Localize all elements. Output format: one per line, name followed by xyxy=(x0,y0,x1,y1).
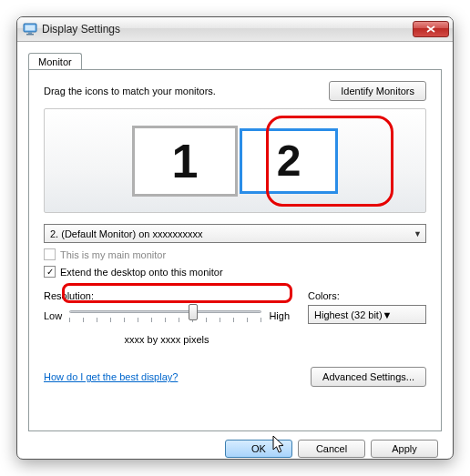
chevron-down-icon: ▼ xyxy=(383,309,393,320)
resolution-slider[interactable] xyxy=(69,305,261,327)
tab-monitor[interactable]: Monitor xyxy=(28,53,82,70)
identify-monitors-button[interactable]: Identify Monitors xyxy=(329,81,426,101)
cancel-button[interactable]: Cancel xyxy=(298,440,365,458)
instruction-text: Drag the icons to match your monitors. xyxy=(44,86,216,96)
colors-section: Colors: Highest (32 bit) ▼ xyxy=(308,290,426,345)
resolution-section: Resolution: Low High xyxy=(44,290,290,345)
tab-page-monitor: Drag the icons to match your monitors. I… xyxy=(28,69,442,431)
colors-dropdown[interactable]: Highest (32 bit) ▼ xyxy=(308,305,426,324)
monitor-2[interactable]: 2 xyxy=(240,128,338,194)
help-link[interactable]: How do I get the best display? xyxy=(44,371,178,382)
advanced-settings-button[interactable]: Advanced Settings... xyxy=(311,367,426,387)
main-monitor-label: This is my main monitor xyxy=(60,249,166,260)
monitor-icon xyxy=(23,22,37,36)
apply-button[interactable]: Apply xyxy=(371,440,438,458)
resolution-low-label: Low xyxy=(44,310,62,321)
display-settings-window: Display Settings Monitor Drag the icons … xyxy=(16,16,454,460)
ok-button[interactable]: OK xyxy=(225,440,292,458)
colors-label: Colors: xyxy=(308,290,426,301)
dialog-buttons: OK Cancel Apply xyxy=(28,431,442,458)
chevron-down-icon: ▼ xyxy=(414,229,422,238)
resolution-slider-thumb[interactable] xyxy=(189,304,198,320)
window-title: Display Settings xyxy=(42,23,413,35)
main-monitor-checkbox xyxy=(44,248,56,260)
monitor-1[interactable]: 1 xyxy=(132,126,238,197)
monitor-arrangement-area[interactable]: 1 2 xyxy=(44,108,426,213)
monitor-select-dropdown[interactable]: 2. (Default Monitor) on xxxxxxxxxx ▼ xyxy=(44,224,426,243)
main-monitor-checkbox-row: This is my main monitor xyxy=(44,248,426,260)
extend-desktop-checkbox-row[interactable]: ✓ Extend the desktop onto this monitor xyxy=(44,266,426,278)
resolution-value-text: xxxx by xxxx pixels xyxy=(44,334,290,345)
colors-selected-text: Highest (32 bit) xyxy=(314,309,383,320)
resolution-label: Resolution: xyxy=(44,290,290,301)
client-area: Monitor Drag the icons to match your mon… xyxy=(17,42,453,460)
svg-rect-1 xyxy=(26,25,36,31)
svg-rect-2 xyxy=(28,32,32,34)
titlebar: Display Settings xyxy=(17,17,453,42)
extend-desktop-checkbox[interactable]: ✓ xyxy=(44,266,56,278)
resolution-high-label: High xyxy=(269,310,290,321)
svg-rect-3 xyxy=(26,34,34,35)
tab-strip: Monitor xyxy=(28,49,442,69)
extend-desktop-label: Extend the desktop onto this monitor xyxy=(60,267,223,278)
close-button[interactable] xyxy=(413,21,449,37)
dropdown-selected-text: 2. (Default Monitor) on xxxxxxxxxx xyxy=(50,228,414,239)
